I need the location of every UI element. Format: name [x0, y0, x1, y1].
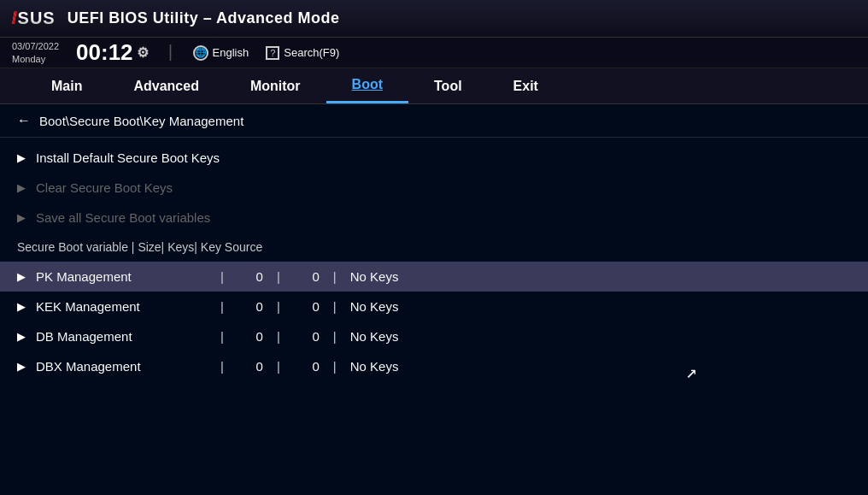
clock-display: 00:12 ⚙ — [76, 39, 149, 66]
nav-item-boot[interactable]: Boot — [326, 68, 408, 103]
bios-title: UEFI BIOS Utility – Advanced Mode — [67, 9, 340, 27]
nav-item-exit[interactable]: Exit — [488, 70, 564, 103]
kek-management-item[interactable]: ▶ KEK Management | 0 | 0 | No Keys — [0, 292, 868, 321]
divider: | — [166, 43, 176, 62]
dbx-label: DBX Management — [36, 359, 207, 374]
nav-item-advanced[interactable]: Advanced — [108, 70, 224, 103]
arrow-icon: ▶ — [17, 300, 29, 313]
pk-management-item[interactable]: ▶ PK Management | 0 | 0 | No Keys — [0, 262, 868, 292]
pk-label: PK Management — [36, 269, 207, 284]
menu-section: ▶ Install Default Secure Boot Keys ▶ Cle… — [0, 138, 868, 495]
asus-logo: /SUS — [12, 9, 56, 28]
db-label: DB Management — [36, 329, 207, 344]
save-variables-item[interactable]: ▶ Save all Secure Boot variables — [0, 203, 868, 233]
install-default-keys-item[interactable]: ▶ Install Default Secure Boot Keys — [0, 143, 868, 173]
breadcrumb-path: Boot\Secure Boot\Key Management — [39, 114, 243, 128]
save-variables-label: Save all Secure Boot variables — [36, 210, 224, 225]
arrow-icon: ▶ — [17, 360, 29, 373]
clear-keys-item[interactable]: ▶ Clear Secure Boot Keys — [0, 173, 868, 203]
kek-source: No Keys — [350, 299, 399, 314]
main-content: ← Boot\Secure Boot\Key Management ▶ Inst… — [0, 104, 868, 495]
arrow-icon: ▶ — [17, 330, 29, 343]
kek-label: KEK Management — [36, 299, 207, 314]
language-button[interactable]: 🌐 English — [193, 45, 249, 61]
nav-menu: Main Advanced Monitor Boot Tool Exit — [0, 68, 868, 104]
db-size: 0 — [238, 329, 263, 344]
db-source: No Keys — [350, 329, 399, 344]
db-management-item[interactable]: ▶ DB Management | 0 | 0 | No Keys — [0, 321, 868, 351]
column-header-row: Secure Boot variable | Size| Keys| Key S… — [0, 233, 868, 262]
dbx-management-item[interactable]: ▶ DBX Management | 0 | 0 | No Keys — [0, 351, 868, 381]
install-keys-label: Install Default Secure Boot Keys — [36, 150, 224, 165]
dbx-size: 0 — [238, 359, 263, 374]
arrow-icon: ▶ — [17, 270, 29, 283]
arrow-icon: ▶ — [17, 181, 29, 194]
arrow-icon: ▶ — [17, 211, 29, 224]
arrow-icon: ▶ — [17, 151, 29, 164]
breadcrumb: ← Boot\Secure Boot\Key Management — [0, 104, 868, 138]
kek-keys: 0 — [294, 299, 320, 314]
search-button[interactable]: ? Search(F9) — [266, 46, 339, 60]
clear-keys-label: Clear Secure Boot Keys — [36, 180, 224, 195]
pk-size: 0 — [238, 269, 263, 284]
nav-item-tool[interactable]: Tool — [408, 70, 488, 103]
search-icon: ? — [266, 46, 279, 60]
back-arrow-icon[interactable]: ← — [17, 113, 31, 128]
kek-size: 0 — [238, 299, 263, 314]
pk-source: No Keys — [350, 269, 399, 284]
db-keys: 0 — [294, 329, 320, 344]
dbx-source: No Keys — [350, 359, 399, 374]
nav-item-main[interactable]: Main — [26, 70, 108, 103]
globe-icon: 🌐 — [193, 45, 208, 61]
column-header-text: Secure Boot variable | Size| Keys| Key S… — [17, 240, 262, 254]
dbx-keys: 0 — [294, 359, 320, 374]
pk-keys: 0 — [294, 269, 320, 284]
nav-item-monitor[interactable]: Monitor — [225, 70, 326, 103]
topbar: 03/07/2022 Monday 00:12 ⚙ | 🌐 English ? … — [0, 38, 868, 68]
header-bar: /SUS UEFI BIOS Utility – Advanced Mode — [0, 0, 868, 38]
date-display: 03/07/2022 Monday — [12, 40, 59, 65]
settings-icon[interactable]: ⚙ — [137, 44, 149, 61]
